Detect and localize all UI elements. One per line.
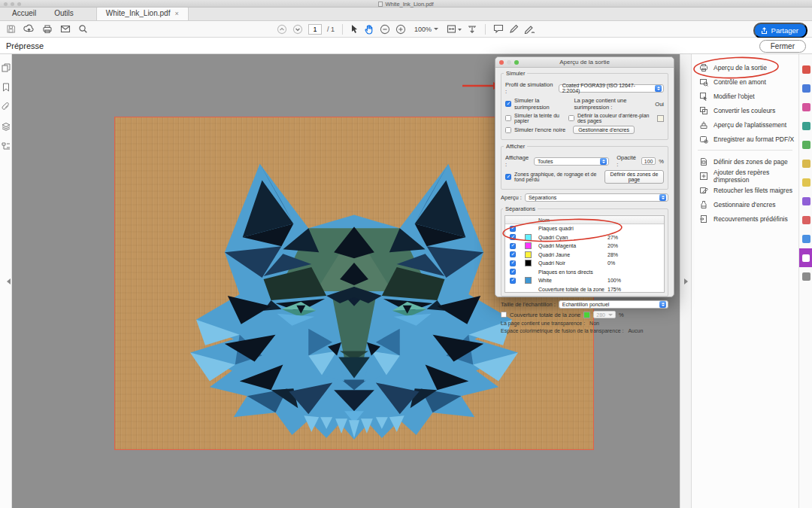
dock-tool-1[interactable] xyxy=(799,60,812,79)
simulation-profile-dropdown[interactable]: Coated FOGRA39 (ISO 12647-2:2004) xyxy=(559,84,664,93)
simulate-paper-checkbox[interactable] xyxy=(505,115,511,121)
select-tool-icon[interactable] xyxy=(350,24,359,34)
tool-add-printer-marks[interactable]: Ajouter des repères d'impression xyxy=(692,169,798,183)
comment-tool-icon xyxy=(802,178,810,187)
row-checkbox[interactable] xyxy=(510,260,516,266)
previous-page-icon[interactable] xyxy=(277,24,287,35)
separation-row-black[interactable]: Quadri Noir 0% xyxy=(505,259,664,268)
tool-save-pdfx[interactable]: Enregistrer au format PDF/X xyxy=(692,132,798,146)
tool-ink-manager[interactable]: Gestionnaire d'encres xyxy=(692,197,798,211)
row-checkbox[interactable] xyxy=(510,234,516,240)
collapse-left-panel-icon[interactable] xyxy=(7,278,11,284)
close-tool-button[interactable]: Fermer xyxy=(759,40,806,53)
output-preview-dialog[interactable]: Aperçu de la sortie Simuler Profil de si… xyxy=(495,56,674,297)
row-name: Quadri Noir xyxy=(538,260,565,266)
blue-share-tool-icon xyxy=(802,235,810,243)
minimize-window-icon[interactable] xyxy=(507,60,511,65)
tab-home[interactable]: Accueil xyxy=(3,7,45,20)
opacity-input[interactable]: 100 xyxy=(641,157,656,165)
dock-tool-10[interactable] xyxy=(799,230,812,248)
comment-icon[interactable] xyxy=(493,24,504,34)
tab-document[interactable]: White_Ink_Lion.pdf × xyxy=(96,6,189,20)
dock-tool-4[interactable] xyxy=(799,117,812,135)
coverage-threshold-dropdown[interactable]: 280 xyxy=(593,311,616,318)
fill-sign-icon[interactable] xyxy=(524,24,535,34)
print-icon[interactable] xyxy=(42,24,53,34)
zoom-out-icon[interactable] xyxy=(380,24,390,35)
separations-table[interactable]: Nom Plaques quadri Quadri Cyan 27% xyxy=(504,215,665,293)
close-window-icon[interactable] xyxy=(499,60,504,65)
scroll-mode-icon[interactable] xyxy=(467,24,477,35)
dock-tool-6[interactable] xyxy=(799,154,812,173)
separation-row-spot-plates[interactable]: Plaques en tons directs xyxy=(505,268,664,277)
dialog-titlebar[interactable]: Aperçu de la sortie xyxy=(495,57,674,68)
set-page-boxes-button[interactable]: Définir des zones de page xyxy=(604,170,664,184)
ink-manager-button[interactable]: Gestionnaire d'encres xyxy=(573,126,635,134)
dock-tool-8[interactable] xyxy=(799,192,812,211)
sample-size-dropdown[interactable]: Echantillon ponctuel xyxy=(559,300,668,309)
dock-tool-5[interactable] xyxy=(799,135,812,154)
tool-flattener-preview[interactable]: Aperçu de l'aplatissement xyxy=(692,117,798,132)
dock-tool-12[interactable] xyxy=(799,267,812,286)
separation-row-white[interactable]: White 100% xyxy=(505,276,664,285)
dock-tool-2[interactable] xyxy=(799,79,812,98)
tab-tools[interactable]: Outils xyxy=(45,7,83,20)
tool-set-page-boxes[interactable]: Définir des zones de page xyxy=(692,154,798,169)
separation-row-yellow[interactable]: Quadri Jaune 28% xyxy=(505,251,664,260)
display-section: Afficher Affichage : Toutes Opacité : 10… xyxy=(501,143,668,190)
column-header-name: Nom xyxy=(505,216,664,224)
row-value: 0% xyxy=(607,260,615,266)
simulate-overprint-checkbox[interactable] xyxy=(505,101,511,107)
dock-tool-9[interactable] xyxy=(799,211,812,230)
tab-close-icon[interactable]: × xyxy=(174,10,178,17)
page-thumbnails-icon[interactable] xyxy=(2,62,11,75)
share-button[interactable]: Partager xyxy=(753,23,807,38)
zoom-level-dropdown[interactable]: 100% xyxy=(411,24,441,35)
row-checkbox[interactable] xyxy=(510,278,516,284)
attachments-icon[interactable] xyxy=(2,101,11,114)
tool-preflight[interactable]: Contrôle en amont xyxy=(692,75,798,89)
stepper-icon xyxy=(600,158,607,165)
zoom-in-icon[interactable] xyxy=(395,24,406,35)
dialog-title: Aperçu de la sortie xyxy=(495,57,674,68)
show-dropdown[interactable]: Toutes xyxy=(534,157,609,166)
save-icon[interactable] xyxy=(6,24,16,34)
preview-mode-dropdown[interactable]: Séparations xyxy=(525,193,668,202)
tool-fix-hairlines[interactable]: Retoucher les filets maigres xyxy=(692,183,798,197)
dock-tool-7[interactable] xyxy=(799,173,812,192)
page-number-input[interactable] xyxy=(308,24,322,35)
dock-tool-3[interactable] xyxy=(799,98,812,117)
row-checkbox[interactable] xyxy=(510,243,516,249)
collapse-right-panel-icon[interactable] xyxy=(684,278,688,284)
profile-value: Coated FOGRA39 (ISO 12647-2:2004) xyxy=(562,83,652,93)
separation-row-magenta[interactable]: Quadri Magenta 20% xyxy=(505,242,664,251)
layers-icon[interactable] xyxy=(2,120,11,134)
dock-tool-print-production-active[interactable] xyxy=(799,248,812,267)
tool-output-preview[interactable]: Aperçu de la sortie xyxy=(692,60,798,75)
tool-trap-presets[interactable]: Recouvrements prédéfinis xyxy=(692,211,798,226)
next-page-icon[interactable] xyxy=(292,24,303,35)
bookmarks-icon[interactable] xyxy=(2,81,11,95)
tool-label: Modifier l'objet xyxy=(714,93,755,100)
separation-row-process-plates[interactable]: Plaques quadri xyxy=(505,224,664,233)
separation-row-cyan[interactable]: Quadri Cyan 27% xyxy=(505,233,664,242)
tool-edit-object[interactable]: Modifier l'objet xyxy=(692,89,798,103)
cloud-upload-icon[interactable] xyxy=(23,24,35,34)
row-checkbox[interactable] xyxy=(510,269,516,275)
zoom-window-icon[interactable] xyxy=(514,60,519,65)
tool-convert-colors[interactable]: Convertir les couleurs xyxy=(692,103,798,117)
total-coverage-checkbox[interactable] xyxy=(501,312,507,318)
hand-tool-icon[interactable] xyxy=(364,24,374,35)
pencil-icon[interactable] xyxy=(509,24,519,34)
simulate-black-ink-checkbox[interactable] xyxy=(505,127,511,133)
tags-icon[interactable] xyxy=(2,140,11,154)
coverage-color-swatch[interactable] xyxy=(583,312,590,318)
page-background-checkbox[interactable] xyxy=(568,115,574,121)
fit-page-dropdown-icon[interactable] xyxy=(447,24,462,34)
page-zones-checkbox[interactable] xyxy=(505,174,511,180)
email-icon[interactable] xyxy=(60,25,71,33)
row-checkbox[interactable] xyxy=(510,226,516,232)
background-color-swatch[interactable] xyxy=(657,115,664,122)
row-checkbox[interactable] xyxy=(510,251,516,257)
search-zoom-icon[interactable] xyxy=(78,24,88,34)
